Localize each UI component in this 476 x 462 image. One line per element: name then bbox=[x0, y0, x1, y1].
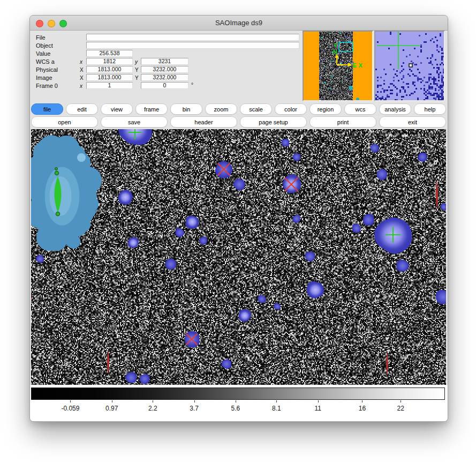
object-field[interactable] bbox=[86, 42, 299, 49]
colorbar-tick-label: 5.6 bbox=[231, 405, 240, 412]
info-row-physical: Physical X 1813.000 Y 3232.000 bbox=[30, 66, 303, 73]
colorbar-tickmark bbox=[70, 400, 71, 403]
close-button[interactable] bbox=[36, 20, 43, 27]
wcs-y-label: y bbox=[135, 59, 138, 65]
colorbar-gradient[interactable] bbox=[31, 388, 445, 400]
window-title: SAOImage ds9 bbox=[215, 19, 262, 27]
info-row-file: File bbox=[30, 34, 303, 41]
colorbar-tick-label: 11 bbox=[314, 405, 321, 412]
degree-symbol: ° bbox=[191, 82, 193, 88]
menu-view-button[interactable]: view bbox=[101, 103, 133, 115]
menu-wcs-button[interactable]: wcs bbox=[344, 103, 376, 115]
menu-zoom-button[interactable]: zoom bbox=[205, 103, 237, 115]
menu-file-button[interactable]: file bbox=[31, 103, 63, 115]
image-x-label: X bbox=[80, 75, 84, 81]
wcs-x-label: x bbox=[80, 59, 82, 65]
maximize-button[interactable] bbox=[59, 20, 67, 27]
image-label: Image bbox=[36, 74, 52, 81]
frame-label: Frame 0 bbox=[36, 83, 58, 89]
menu-color-button[interactable]: color bbox=[275, 103, 307, 115]
info-row-image: Image X 1813.000 Y 3232.000 bbox=[30, 74, 303, 81]
page-setup-button[interactable]: page setup bbox=[240, 116, 307, 128]
menu-bin-button[interactable]: bin bbox=[170, 103, 202, 115]
header-button[interactable]: header bbox=[170, 116, 237, 128]
menu-region-button[interactable]: region bbox=[309, 103, 342, 115]
info-row-object: Object bbox=[30, 42, 303, 49]
frame-zoom-field[interactable]: 1 bbox=[86, 82, 133, 89]
physical-x-label: X bbox=[80, 67, 84, 73]
colorbar-tickmark bbox=[318, 400, 319, 403]
magnifier-canvas bbox=[375, 32, 444, 100]
colorbar-tickmark bbox=[194, 400, 195, 403]
print-button[interactable]: print bbox=[309, 116, 376, 128]
wcs-y-field[interactable]: 3231 bbox=[141, 58, 188, 65]
colorbar-tick-label: 3.7 bbox=[190, 405, 199, 412]
info-row-wcs: WCS a x 1812 y 3231 bbox=[30, 58, 303, 65]
file-actions-bar: open save header page setup print exit bbox=[31, 116, 446, 128]
colorbar-tickmark bbox=[401, 400, 401, 403]
physical-y-label: Y bbox=[135, 67, 139, 73]
colorbar-tick-label: 0.97 bbox=[105, 405, 118, 412]
menu-help-button[interactable]: help bbox=[414, 103, 446, 115]
wcs-x-field[interactable]: 1812 bbox=[86, 58, 133, 65]
menubar: file edit view frame bin zoom scale colo… bbox=[31, 103, 446, 115]
magnifier-frame bbox=[374, 31, 445, 101]
colorbar-tick-label: 8.1 bbox=[272, 405, 281, 412]
colorbar-tickmark bbox=[236, 400, 236, 403]
value-field[interactable]: 256.538 bbox=[86, 50, 133, 57]
physical-y-field[interactable]: 3232.000 bbox=[141, 66, 188, 73]
colorbar-ticks: -0.0590.972.23.75.68.1111622 bbox=[31, 400, 445, 418]
traffic-lights bbox=[36, 20, 67, 27]
info-row-frame: Frame 0 x 1 0 ° bbox=[30, 82, 303, 90]
colorbar-tick-label: 16 bbox=[359, 405, 366, 412]
object-label: Object bbox=[36, 42, 53, 49]
titlebar: SAOImage ds9 bbox=[30, 16, 448, 31]
wcs-label: WCS a bbox=[36, 58, 55, 65]
minimize-button[interactable] bbox=[48, 20, 55, 27]
colorbar-tickmark bbox=[362, 400, 362, 403]
frame-rotation-field[interactable]: 0 bbox=[141, 82, 188, 89]
app-window: SAOImage ds9 File Object Value 256.538 W… bbox=[29, 15, 448, 422]
frame-x-label: x bbox=[80, 83, 82, 89]
image-y-label: Y bbox=[135, 75, 139, 81]
menu-frame-button[interactable]: frame bbox=[135, 103, 168, 115]
menu-edit-button[interactable]: edit bbox=[66, 103, 98, 115]
exit-button[interactable]: exit bbox=[379, 116, 446, 128]
colorbar-tickmark bbox=[112, 400, 112, 403]
colorbar-tick-label: -0.059 bbox=[61, 405, 79, 412]
colorbar-tick-label: 2.2 bbox=[148, 405, 157, 412]
save-button[interactable]: save bbox=[101, 116, 168, 128]
colorbar-section: -0.0590.972.23.75.68.1111622 bbox=[30, 385, 448, 421]
menu-analysis-button[interactable]: analysis bbox=[379, 103, 411, 115]
colorbar-tick-label: 22 bbox=[397, 405, 404, 412]
image-x-field[interactable]: 1813.000 bbox=[86, 74, 133, 81]
menu-scale-button[interactable]: scale bbox=[240, 103, 272, 115]
info-row-value: Value 256.538 bbox=[30, 50, 303, 57]
panner-frame bbox=[303, 31, 373, 101]
open-button[interactable]: open bbox=[31, 116, 98, 128]
image-y-field[interactable]: 3232.000 bbox=[141, 74, 188, 81]
physical-x-field[interactable]: 1813.000 bbox=[86, 66, 133, 73]
physical-label: Physical bbox=[36, 66, 58, 73]
colorbar-tickmark bbox=[153, 400, 153, 403]
info-panel: File Object Value 256.538 WCS a x 1812 y… bbox=[30, 32, 303, 101]
file-field[interactable] bbox=[86, 34, 299, 41]
value-label: Value bbox=[36, 50, 50, 57]
main-image-canvas[interactable] bbox=[31, 129, 446, 385]
panner-canvas[interactable] bbox=[304, 32, 372, 100]
colorbar-tickmark bbox=[276, 400, 277, 403]
file-label: File bbox=[36, 34, 46, 41]
